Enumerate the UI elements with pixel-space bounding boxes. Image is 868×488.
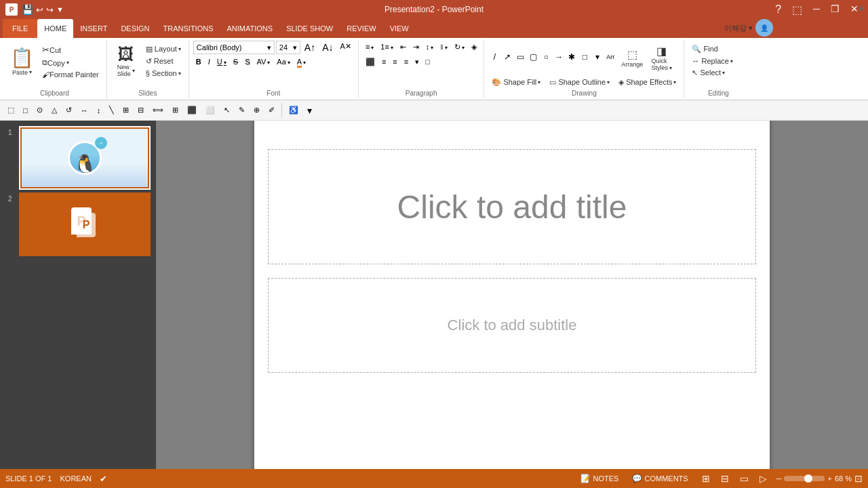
decrease-font-button[interactable]: A↓	[319, 41, 336, 54]
shape-callout[interactable]: □	[578, 51, 591, 63]
normal-view-button[interactable]: ⊞	[698, 472, 714, 485]
numbering-button[interactable]: 1≡▾	[378, 42, 396, 54]
zoom-slider[interactable]	[784, 476, 825, 481]
section-button[interactable]: § Section▾	[142, 68, 184, 79]
toolbar-rotate[interactable]: ↺	[62, 103, 75, 118]
font-name-selector[interactable]: Calibri (Body)▾	[193, 41, 275, 54]
format-painter-button[interactable]: 🖌 Format Painter	[39, 69, 102, 80]
toolbar-align[interactable]: ⟺	[149, 103, 167, 118]
text-direction-button[interactable]: ↻▾	[452, 42, 467, 54]
bold-button[interactable]: B	[193, 57, 204, 69]
shadow-button[interactable]: S	[242, 57, 252, 69]
subtitle-placeholder[interactable]: Click to add subtitle	[268, 278, 756, 373]
fit-slide-button[interactable]: ⊡	[854, 473, 863, 484]
find-button[interactable]: 🔍 Find	[688, 43, 736, 55]
toolbar-flip-h[interactable]: ↔	[77, 103, 92, 118]
font-color-button[interactable]: A▾	[294, 57, 309, 69]
align-center-button[interactable]: ≡	[379, 57, 389, 69]
shape-circle[interactable]: ○	[540, 51, 552, 63]
tab-review[interactable]: REVIEW	[340, 19, 382, 38]
replace-button[interactable]: ↔ Replace▾	[688, 56, 736, 66]
toolbar-ungroup[interactable]: ⊟	[134, 103, 147, 118]
ribbon-collapse-button[interactable]: ▲	[857, 3, 865, 12]
slide-thumb-2[interactable]: 2 P P	[19, 192, 151, 256]
tab-transitions[interactable]: TRANSITIONS	[157, 19, 220, 38]
tab-home[interactable]: HOME	[37, 19, 73, 38]
toolbar-freeform[interactable]: ✎	[235, 103, 248, 118]
shape-rounded-rect[interactable]: ▢	[527, 51, 539, 63]
text-box-button[interactable]: □	[423, 57, 432, 69]
comments-button[interactable]: 💬 COMMENTS	[628, 473, 692, 484]
shape-fill-button[interactable]: 🎨 Shape Fill▾	[488, 77, 544, 88]
increase-indent-button[interactable]: ⇥	[410, 42, 422, 54]
tab-slide-show[interactable]: SLIDE SHOW	[279, 19, 340, 38]
toolbar-bring-front[interactable]: ⬜	[202, 103, 218, 118]
columns-button[interactable]: ⫴▾	[437, 42, 450, 54]
undo-icon[interactable]: ↩	[36, 5, 43, 15]
select-button[interactable]: ↖ Select▾	[688, 67, 736, 79]
shape-line[interactable]: /	[488, 51, 500, 63]
save-icon[interactable]: 💾	[22, 4, 33, 15]
strikethrough-button[interactable]: S	[231, 57, 241, 69]
change-case-button[interactable]: Aa▾	[274, 57, 292, 69]
user-account[interactable]: 이해강 ▾ 👤	[724, 19, 773, 37]
justify-button[interactable]: ≡	[401, 57, 411, 69]
restore-button[interactable]: ❐	[827, 3, 844, 16]
slide-sorter-button[interactable]: ⊟	[717, 472, 733, 485]
shape-more[interactable]: ▾	[591, 51, 604, 63]
shape-right-arrow[interactable]: →	[553, 51, 565, 63]
shape-outline-button[interactable]: ▭ Shape Outline▾	[546, 77, 613, 88]
help-button[interactable]: ?	[771, 3, 785, 16]
slide-show-button[interactable]: ▷	[755, 472, 771, 485]
toolbar-connector[interactable]: ╲	[106, 103, 117, 118]
layout-button[interactable]: ▤ Layout▾	[142, 43, 184, 55]
align-left-button[interactable]: ⬛	[363, 57, 378, 69]
tab-view[interactable]: VIEW	[383, 19, 416, 38]
shape-star[interactable]: ✱	[566, 51, 578, 63]
tab-insert[interactable]: INSERT	[73, 19, 114, 38]
cut-button[interactable]: ✂ Cut	[39, 43, 102, 56]
zoom-in-icon[interactable]: +	[827, 474, 831, 483]
increase-font-button[interactable]: A↑	[302, 41, 318, 54]
toolbar-send-back[interactable]: ⬛	[184, 103, 200, 118]
arrange-button[interactable]: ⬚ Arrange	[618, 41, 646, 75]
shape-rect[interactable]: ▭	[514, 51, 526, 63]
tab-animations[interactable]: ANIMATIONS	[220, 19, 280, 38]
bullets-button[interactable]: ≡▾	[363, 42, 376, 54]
font-size-selector[interactable]: 24▾	[276, 41, 300, 54]
redo-icon[interactable]: ↪	[46, 5, 54, 15]
reset-button[interactable]: ↺ Reset	[142, 56, 184, 67]
underline-button[interactable]: U▾	[214, 57, 229, 69]
tab-file[interactable]: FILE	[3, 19, 37, 38]
toolbar-accessibility[interactable]: ♿	[285, 103, 302, 118]
toolbar-select-objects[interactable]: ↖	[220, 103, 233, 118]
shape-effects-button[interactable]: ◈ Shape Effects▾	[615, 77, 679, 88]
copy-button[interactable]: ⧉ Copy▾	[39, 57, 102, 68]
reading-view-button[interactable]: ▭	[736, 472, 753, 485]
shape-arrow[interactable]: ↗	[501, 51, 513, 63]
toolbar-crop[interactable]: ⊕	[250, 103, 263, 118]
shape-arrange[interactable]: Arr	[604, 51, 616, 63]
toolbar-shape4[interactable]: △	[48, 103, 60, 118]
toolbar-group[interactable]: ⊞	[119, 103, 132, 118]
toolbar-pen[interactable]: ✐	[265, 103, 278, 118]
slide[interactable]: Click to add title Click to add subtitle	[254, 121, 770, 469]
italic-button[interactable]: I	[205, 57, 213, 69]
paste-button[interactable]: 📋 Paste▾	[7, 41, 37, 81]
decrease-indent-button[interactable]: ⇤	[397, 42, 409, 54]
toolbar-distribute[interactable]: ⊞	[169, 103, 182, 118]
clear-formatting-button[interactable]: A✕	[338, 41, 354, 54]
customize-qa-icon[interactable]: ▼	[56, 5, 64, 14]
toolbar-more[interactable]: ▾	[304, 103, 315, 118]
align-options-button[interactable]: ▾	[412, 57, 422, 69]
notes-button[interactable]: 📝 NOTES	[576, 473, 623, 484]
title-placeholder[interactable]: Click to add title	[268, 149, 756, 264]
toolbar-shape3[interactable]: ⊙	[33, 103, 46, 118]
new-slide-button[interactable]: 🖼 NewSlide▾	[111, 41, 141, 81]
align-right-button[interactable]: ≡	[390, 57, 399, 69]
slide-thumb-1[interactable]: 1 🐧 +	[19, 126, 151, 190]
toolbar-flip-v[interactable]: ↕	[94, 103, 104, 118]
line-spacing-button[interactable]: ↕▾	[423, 42, 437, 54]
tab-design[interactable]: DESIGN	[114, 19, 156, 38]
char-spacing-button[interactable]: AV▾	[254, 57, 273, 69]
